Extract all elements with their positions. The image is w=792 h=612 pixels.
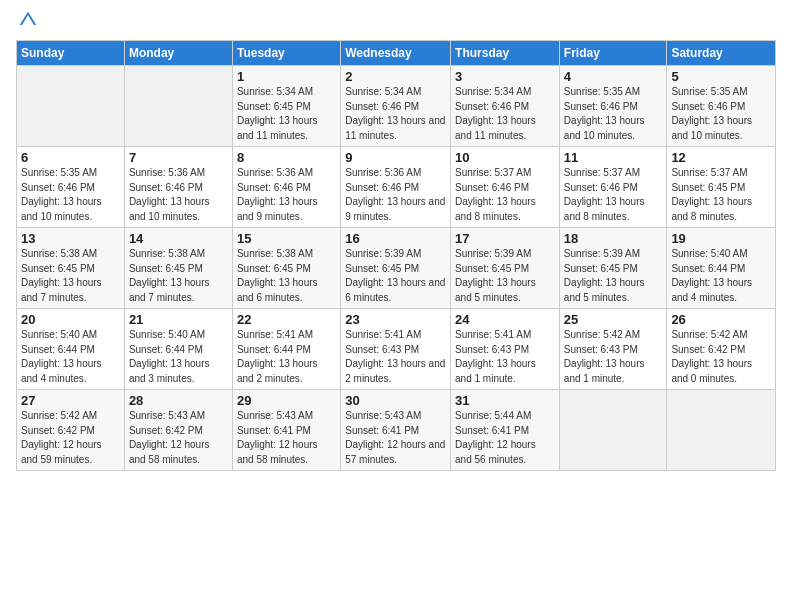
day-info: Sunrise: 5:34 AM Sunset: 6:46 PM Dayligh… — [455, 85, 555, 143]
day-number: 24 — [455, 312, 555, 327]
week-row-3: 13Sunrise: 5:38 AM Sunset: 6:45 PM Dayli… — [17, 228, 776, 309]
day-info: Sunrise: 5:42 AM Sunset: 6:42 PM Dayligh… — [21, 409, 120, 467]
day-number: 15 — [237, 231, 336, 246]
day-info: Sunrise: 5:41 AM Sunset: 6:43 PM Dayligh… — [345, 328, 446, 386]
calendar-cell: 30Sunrise: 5:43 AM Sunset: 6:41 PM Dayli… — [341, 390, 451, 471]
calendar-cell: 27Sunrise: 5:42 AM Sunset: 6:42 PM Dayli… — [17, 390, 125, 471]
day-number: 17 — [455, 231, 555, 246]
calendar-cell: 19Sunrise: 5:40 AM Sunset: 6:44 PM Dayli… — [667, 228, 776, 309]
day-info: Sunrise: 5:41 AM Sunset: 6:43 PM Dayligh… — [455, 328, 555, 386]
day-info: Sunrise: 5:37 AM Sunset: 6:45 PM Dayligh… — [671, 166, 771, 224]
day-number: 31 — [455, 393, 555, 408]
calendar-cell: 21Sunrise: 5:40 AM Sunset: 6:44 PM Dayli… — [124, 309, 232, 390]
day-number: 18 — [564, 231, 663, 246]
day-info: Sunrise: 5:43 AM Sunset: 6:42 PM Dayligh… — [129, 409, 228, 467]
day-info: Sunrise: 5:44 AM Sunset: 6:41 PM Dayligh… — [455, 409, 555, 467]
day-info: Sunrise: 5:39 AM Sunset: 6:45 PM Dayligh… — [345, 247, 446, 305]
calendar-cell: 9Sunrise: 5:36 AM Sunset: 6:46 PM Daylig… — [341, 147, 451, 228]
day-info: Sunrise: 5:43 AM Sunset: 6:41 PM Dayligh… — [345, 409, 446, 467]
day-info: Sunrise: 5:40 AM Sunset: 6:44 PM Dayligh… — [21, 328, 120, 386]
calendar-cell: 2Sunrise: 5:34 AM Sunset: 6:46 PM Daylig… — [341, 66, 451, 147]
day-number: 11 — [564, 150, 663, 165]
calendar-cell — [559, 390, 667, 471]
calendar-cell: 10Sunrise: 5:37 AM Sunset: 6:46 PM Dayli… — [451, 147, 560, 228]
day-number: 30 — [345, 393, 446, 408]
weekday-header-thursday: Thursday — [451, 41, 560, 66]
week-row-2: 6Sunrise: 5:35 AM Sunset: 6:46 PM Daylig… — [17, 147, 776, 228]
day-number: 27 — [21, 393, 120, 408]
day-number: 8 — [237, 150, 336, 165]
calendar-cell: 5Sunrise: 5:35 AM Sunset: 6:46 PM Daylig… — [667, 66, 776, 147]
calendar-cell: 14Sunrise: 5:38 AM Sunset: 6:45 PM Dayli… — [124, 228, 232, 309]
calendar-cell: 31Sunrise: 5:44 AM Sunset: 6:41 PM Dayli… — [451, 390, 560, 471]
day-info: Sunrise: 5:38 AM Sunset: 6:45 PM Dayligh… — [237, 247, 336, 305]
calendar-cell: 26Sunrise: 5:42 AM Sunset: 6:42 PM Dayli… — [667, 309, 776, 390]
day-number: 25 — [564, 312, 663, 327]
day-info: Sunrise: 5:36 AM Sunset: 6:46 PM Dayligh… — [237, 166, 336, 224]
week-row-5: 27Sunrise: 5:42 AM Sunset: 6:42 PM Dayli… — [17, 390, 776, 471]
calendar-cell — [667, 390, 776, 471]
day-number: 20 — [21, 312, 120, 327]
logo-icon — [18, 10, 38, 30]
weekday-header-tuesday: Tuesday — [232, 41, 340, 66]
calendar-cell: 8Sunrise: 5:36 AM Sunset: 6:46 PM Daylig… — [232, 147, 340, 228]
calendar-cell: 29Sunrise: 5:43 AM Sunset: 6:41 PM Dayli… — [232, 390, 340, 471]
day-info: Sunrise: 5:37 AM Sunset: 6:46 PM Dayligh… — [564, 166, 663, 224]
day-info: Sunrise: 5:39 AM Sunset: 6:45 PM Dayligh… — [455, 247, 555, 305]
weekday-header-wednesday: Wednesday — [341, 41, 451, 66]
calendar-cell: 28Sunrise: 5:43 AM Sunset: 6:42 PM Dayli… — [124, 390, 232, 471]
day-number: 7 — [129, 150, 228, 165]
logo — [16, 10, 40, 34]
day-info: Sunrise: 5:35 AM Sunset: 6:46 PM Dayligh… — [671, 85, 771, 143]
day-number: 23 — [345, 312, 446, 327]
calendar-cell: 22Sunrise: 5:41 AM Sunset: 6:44 PM Dayli… — [232, 309, 340, 390]
page: SundayMondayTuesdayWednesdayThursdayFrid… — [0, 0, 792, 612]
day-number: 13 — [21, 231, 120, 246]
day-info: Sunrise: 5:39 AM Sunset: 6:45 PM Dayligh… — [564, 247, 663, 305]
day-info: Sunrise: 5:35 AM Sunset: 6:46 PM Dayligh… — [21, 166, 120, 224]
calendar-cell: 13Sunrise: 5:38 AM Sunset: 6:45 PM Dayli… — [17, 228, 125, 309]
day-number: 16 — [345, 231, 446, 246]
calendar-cell: 4Sunrise: 5:35 AM Sunset: 6:46 PM Daylig… — [559, 66, 667, 147]
day-number: 4 — [564, 69, 663, 84]
weekday-header-sunday: Sunday — [17, 41, 125, 66]
calendar-cell: 16Sunrise: 5:39 AM Sunset: 6:45 PM Dayli… — [341, 228, 451, 309]
day-number: 9 — [345, 150, 446, 165]
weekday-header-saturday: Saturday — [667, 41, 776, 66]
calendar-cell: 12Sunrise: 5:37 AM Sunset: 6:45 PM Dayli… — [667, 147, 776, 228]
day-number: 10 — [455, 150, 555, 165]
calendar-cell: 6Sunrise: 5:35 AM Sunset: 6:46 PM Daylig… — [17, 147, 125, 228]
day-number: 14 — [129, 231, 228, 246]
day-number: 1 — [237, 69, 336, 84]
calendar-cell: 18Sunrise: 5:39 AM Sunset: 6:45 PM Dayli… — [559, 228, 667, 309]
day-number: 5 — [671, 69, 771, 84]
day-number: 3 — [455, 69, 555, 84]
calendar-cell: 1Sunrise: 5:34 AM Sunset: 6:45 PM Daylig… — [232, 66, 340, 147]
day-info: Sunrise: 5:41 AM Sunset: 6:44 PM Dayligh… — [237, 328, 336, 386]
day-info: Sunrise: 5:36 AM Sunset: 6:46 PM Dayligh… — [129, 166, 228, 224]
calendar-cell — [124, 66, 232, 147]
day-number: 12 — [671, 150, 771, 165]
header — [16, 10, 776, 34]
calendar-cell: 15Sunrise: 5:38 AM Sunset: 6:45 PM Dayli… — [232, 228, 340, 309]
calendar-cell: 20Sunrise: 5:40 AM Sunset: 6:44 PM Dayli… — [17, 309, 125, 390]
day-number: 2 — [345, 69, 446, 84]
day-info: Sunrise: 5:40 AM Sunset: 6:44 PM Dayligh… — [129, 328, 228, 386]
day-number: 28 — [129, 393, 228, 408]
day-number: 22 — [237, 312, 336, 327]
day-info: Sunrise: 5:34 AM Sunset: 6:46 PM Dayligh… — [345, 85, 446, 143]
day-info: Sunrise: 5:34 AM Sunset: 6:45 PM Dayligh… — [237, 85, 336, 143]
day-number: 6 — [21, 150, 120, 165]
calendar-cell: 7Sunrise: 5:36 AM Sunset: 6:46 PM Daylig… — [124, 147, 232, 228]
calendar-cell: 17Sunrise: 5:39 AM Sunset: 6:45 PM Dayli… — [451, 228, 560, 309]
day-number: 21 — [129, 312, 228, 327]
day-info: Sunrise: 5:36 AM Sunset: 6:46 PM Dayligh… — [345, 166, 446, 224]
day-number: 29 — [237, 393, 336, 408]
weekday-header-friday: Friday — [559, 41, 667, 66]
week-row-4: 20Sunrise: 5:40 AM Sunset: 6:44 PM Dayli… — [17, 309, 776, 390]
day-info: Sunrise: 5:43 AM Sunset: 6:41 PM Dayligh… — [237, 409, 336, 467]
day-info: Sunrise: 5:37 AM Sunset: 6:46 PM Dayligh… — [455, 166, 555, 224]
calendar-cell: 24Sunrise: 5:41 AM Sunset: 6:43 PM Dayli… — [451, 309, 560, 390]
day-info: Sunrise: 5:40 AM Sunset: 6:44 PM Dayligh… — [671, 247, 771, 305]
calendar-cell: 25Sunrise: 5:42 AM Sunset: 6:43 PM Dayli… — [559, 309, 667, 390]
